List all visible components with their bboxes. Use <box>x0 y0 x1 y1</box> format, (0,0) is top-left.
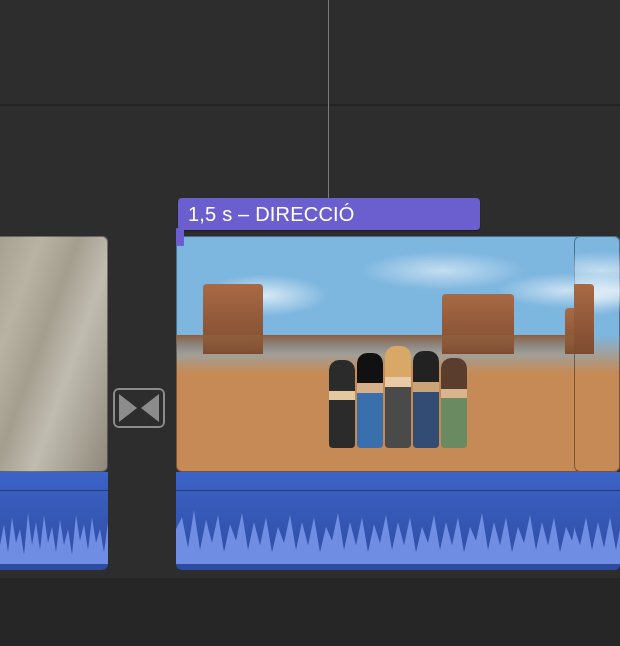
waveform-icon <box>574 494 620 564</box>
transition-crossfade[interactable] <box>113 388 165 428</box>
workspace-divider <box>0 104 620 106</box>
waveform-icon <box>176 494 620 564</box>
timeline-footer <box>0 578 620 646</box>
clip-thumbnail <box>574 236 620 472</box>
clip-audio-waveform[interactable] <box>0 472 108 570</box>
clip-thumbnail <box>176 236 620 472</box>
waveform-icon <box>0 494 108 564</box>
timeline-clip[interactable] <box>176 236 620 472</box>
timeline-clip[interactable] <box>0 236 108 472</box>
timeline-track[interactable] <box>0 236 620 576</box>
clip-audio-waveform[interactable] <box>574 472 620 570</box>
title-overlay[interactable]: 1,5 s – DIRECCIÓ <box>178 198 480 230</box>
clip-audio-waveform[interactable] <box>176 472 620 570</box>
clip-thumbnail <box>0 236 108 472</box>
callout-pointer <box>328 0 329 198</box>
timeline-clip[interactable] <box>574 236 620 472</box>
title-overlay-handle[interactable] <box>176 228 184 246</box>
